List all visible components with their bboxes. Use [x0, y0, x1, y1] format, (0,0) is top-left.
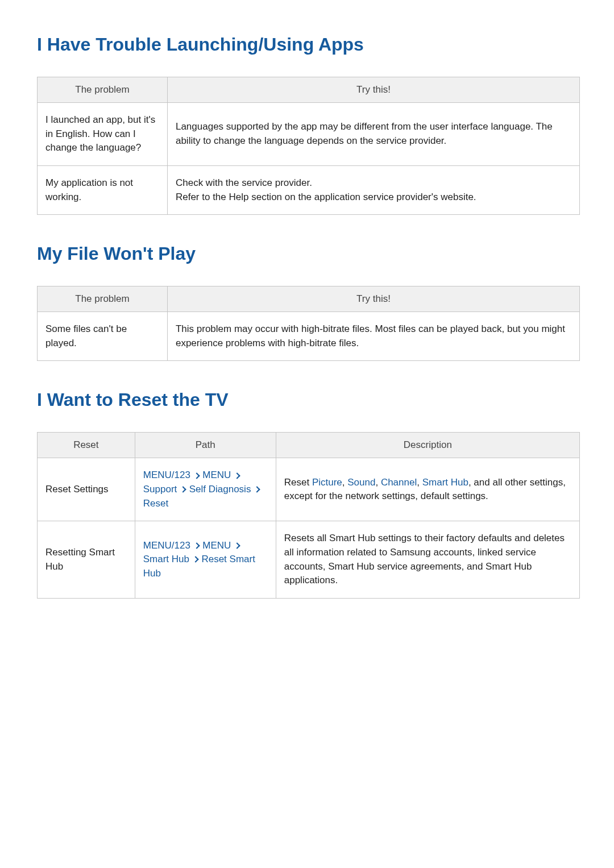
section3-header-reset: Reset: [38, 433, 135, 458]
table-row: Reset Settings MENU/123 MENU Support Sel…: [38, 458, 580, 521]
path-segment: Self Diagnosis: [189, 484, 251, 495]
section3-row1-path: MENU/123 MENU Smart Hub Reset Smart Hub: [135, 521, 276, 599]
table-row: Resetting Smart Hub MENU/123 MENU Smart …: [38, 521, 580, 599]
highlighted-term: Smart Hub: [422, 477, 468, 488]
section3-header-path: Path: [135, 433, 276, 458]
section1-row1-problem: My application is not working.: [38, 165, 168, 214]
section1-header-solution: Try this!: [167, 77, 579, 103]
section3-row0-reset: Reset Settings: [38, 458, 135, 521]
section3-header-description: Description: [276, 433, 579, 458]
chevron-right-icon: [234, 542, 240, 549]
path-segment: MENU/123: [143, 470, 190, 480]
table-row: Some files can't be played. This problem…: [38, 312, 580, 361]
highlighted-term: Picture: [312, 477, 342, 488]
path-segment: Smart Hub: [143, 554, 189, 564]
section1-row0-solution: Languages supported by the app may be di…: [167, 103, 579, 166]
section3-heading: I Want to Reset the TV: [37, 389, 580, 410]
section-file-wont-play: My File Won't Play The problem Try this!…: [37, 243, 580, 361]
chevron-right-icon: [234, 472, 240, 479]
section3-row1-reset: Resetting Smart Hub: [38, 521, 135, 599]
section-apps-trouble: I Have Trouble Launching/Using Apps The …: [37, 34, 580, 215]
section3-row0-description: Reset Picture, Sound, Channel, Smart Hub…: [276, 458, 579, 521]
table-row: I launched an app, but it's in English. …: [38, 103, 580, 166]
path-segment: Support: [143, 484, 177, 495]
section1-row0-problem: I launched an app, but it's in English. …: [38, 103, 168, 166]
path-segment: Reset: [143, 498, 168, 509]
section2-row0-problem: Some files can't be played.: [38, 312, 168, 361]
section1-heading: I Have Trouble Launching/Using Apps: [37, 34, 580, 55]
chevron-right-icon: [193, 542, 200, 549]
chevron-right-icon: [192, 556, 198, 563]
path-segment: MENU/123: [143, 540, 190, 551]
section-reset-tv: I Want to Reset the TV Reset Path Descri…: [37, 389, 580, 598]
chevron-right-icon: [180, 486, 186, 492]
section2-header-problem: The problem: [38, 286, 168, 312]
section3-row0-path: MENU/123 MENU Support Self Diagnosis Res…: [135, 458, 276, 521]
table-row: My application is not working. Check wit…: [38, 165, 580, 214]
section1-table: The problem Try this! I launched an app,…: [37, 77, 580, 215]
section2-heading: My File Won't Play: [37, 243, 580, 264]
chevron-right-icon: [254, 486, 260, 492]
path-segment: MENU: [202, 540, 231, 551]
chevron-right-icon: [193, 472, 200, 479]
path-segment: MENU: [202, 470, 231, 480]
highlighted-term: Sound: [347, 477, 375, 488]
section1-row1-solution: Check with the service provider. Refer t…: [167, 165, 579, 214]
section3-row1-description: Resets all Smart Hub settings to their f…: [276, 521, 579, 599]
section1-header-problem: The problem: [38, 77, 168, 103]
highlighted-term: Channel: [381, 477, 417, 488]
section3-table: Reset Path Description Reset Settings ME…: [37, 432, 580, 598]
section2-header-solution: Try this!: [167, 286, 579, 312]
section2-table: The problem Try this! Some files can't b…: [37, 286, 580, 361]
section2-row0-solution: This problem may occur with high-bitrate…: [167, 312, 579, 361]
